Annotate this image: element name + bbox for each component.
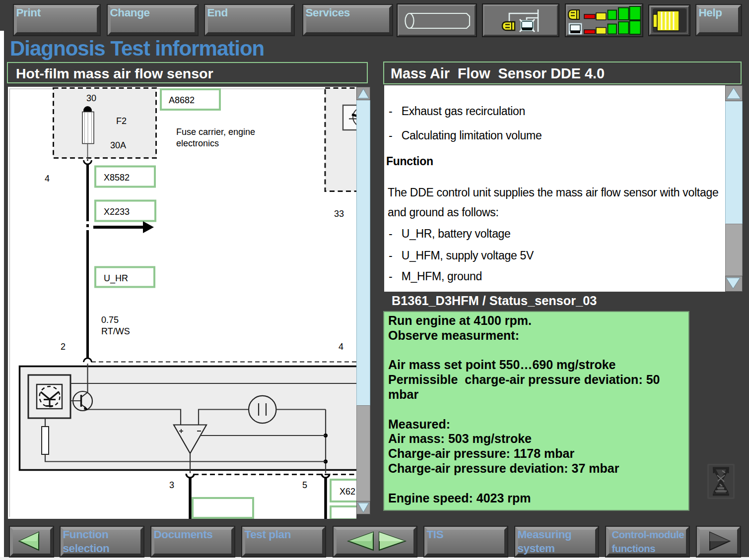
svg-text:X8582: X8582 bbox=[104, 173, 130, 183]
svg-text:A8682: A8682 bbox=[169, 95, 195, 105]
svg-text:4: 4 bbox=[339, 342, 343, 352]
svg-text:RT/WS: RT/WS bbox=[101, 326, 130, 336]
svg-text:30A: 30A bbox=[110, 140, 126, 150]
svg-text:F2: F2 bbox=[116, 116, 127, 126]
svg-text:4: 4 bbox=[45, 174, 50, 184]
svg-text:33: 33 bbox=[334, 209, 344, 219]
svg-text:X2233: X2233 bbox=[104, 207, 130, 217]
svg-text:X62: X62 bbox=[340, 487, 355, 497]
svg-text:0.75: 0.75 bbox=[101, 315, 119, 325]
svg-text:5: 5 bbox=[302, 480, 307, 490]
svg-text:3: 3 bbox=[169, 480, 174, 490]
svg-text:U_HR: U_HR bbox=[104, 273, 128, 284]
svg-text:Fuse carrier, engine: Fuse carrier, engine bbox=[176, 127, 255, 137]
svg-text:30: 30 bbox=[86, 93, 96, 103]
svg-text:electronics: electronics bbox=[176, 138, 219, 148]
svg-text:2: 2 bbox=[61, 342, 66, 352]
